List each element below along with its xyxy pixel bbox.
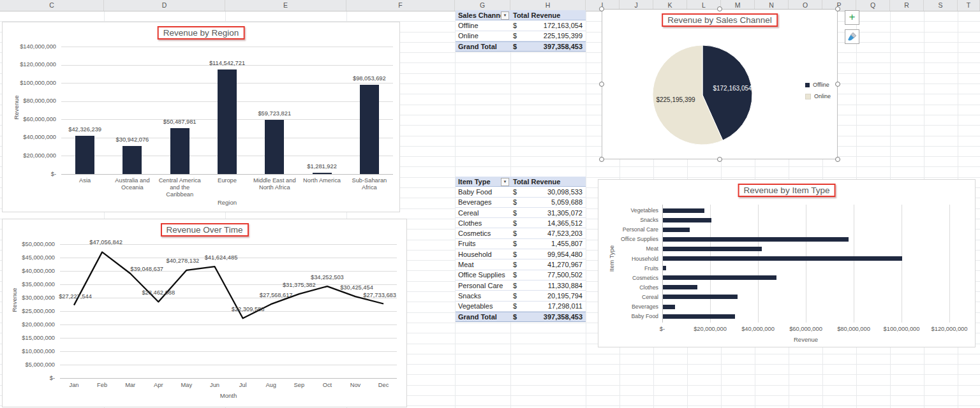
bar-household[interactable] — [663, 256, 902, 261]
column-header-T[interactable]: T — [958, 0, 980, 11]
legend-item-offline[interactable]: Offline — [805, 82, 829, 88]
column-header-C[interactable]: C — [0, 0, 104, 11]
bar-cereal[interactable] — [663, 295, 738, 299]
row-label: Cereal — [456, 209, 510, 217]
data-label: $27,227,544 — [47, 293, 104, 300]
bar-beverages[interactable] — [663, 305, 675, 309]
filter-dropdown-button[interactable]: ▼ — [501, 178, 509, 186]
bar-sub-saharan-africa[interactable] — [360, 85, 379, 174]
legend-swatch — [805, 83, 810, 87]
category-label: Asia — [61, 177, 108, 184]
data-label: $41,624,485 — [193, 254, 250, 261]
revenue-by-sales-channel-chart[interactable]: Revenue by Sales Channel $172,163,054Off… — [602, 9, 838, 159]
currency-symbol: $ — [513, 251, 517, 258]
data-label: $22,309,588 — [219, 306, 277, 312]
category-label: Vegetables — [600, 207, 658, 214]
selection-handle[interactable] — [835, 6, 840, 11]
bar-personal-care[interactable] — [663, 228, 690, 232]
bar-australia-and-oceania[interactable] — [122, 146, 142, 174]
paintbrush-icon — [847, 32, 857, 41]
pie-data-label: $225,195,399 — [641, 96, 711, 103]
selection-handle[interactable] — [717, 6, 722, 11]
chart-title-region[interactable]: Revenue by Region — [158, 26, 245, 40]
chart-styles-button[interactable] — [845, 29, 859, 44]
bar-central-america-and-the-caribbean[interactable] — [170, 128, 189, 174]
column-header-D[interactable]: D — [104, 0, 225, 11]
row-label: Online — [456, 32, 510, 40]
table-row: Office Supplies$77,500,502 — [456, 270, 586, 280]
bar-meat[interactable] — [663, 247, 762, 251]
axis-tick-label: $40,000,000 — [731, 326, 785, 332]
axis-tick-label: Nov — [341, 382, 369, 388]
bar-asia[interactable] — [75, 136, 94, 174]
table-row: Beverages$5,059,688 — [456, 198, 586, 208]
data-label: $31,375,382 — [271, 282, 328, 288]
category-label: Australia and Oceania — [108, 177, 156, 191]
category-label: Clothes — [600, 284, 658, 291]
data-label: $28,462,088 — [130, 289, 187, 296]
row-value-cell: $47,523,203 — [510, 229, 586, 237]
axis-tick-label: Apr — [144, 382, 172, 388]
axis-tick-label: Jun — [201, 382, 229, 388]
row-value-cell: $172,163,054 — [510, 22, 586, 29]
legend-item-online[interactable]: Online — [805, 93, 831, 99]
column-header-Q[interactable]: Q — [856, 0, 890, 11]
chart-title-item[interactable]: Revenue by Item Type — [738, 184, 836, 197]
axis-tick-label: $120,000,000 — [3, 61, 56, 68]
bar-clothes[interactable] — [663, 285, 697, 289]
column-header-E[interactable]: E — [225, 0, 346, 11]
selection-handle[interactable] — [835, 157, 840, 162]
bar-office-supplies[interactable] — [663, 237, 849, 242]
row-value: 99,954,480 — [547, 251, 583, 258]
row-value-cell: $11,330,884 — [510, 282, 586, 289]
column-header-R[interactable]: R — [890, 0, 924, 11]
selection-handle[interactable] — [599, 6, 604, 11]
revenue-by-item-type-chart[interactable]: Revenue by Item Type Item Type Revenue $… — [598, 179, 976, 347]
column-value-cell: Total Revenue — [510, 178, 581, 186]
bar-vegetables[interactable] — [663, 208, 704, 213]
chart-title-pie[interactable]: Revenue by Sales Channel — [662, 13, 778, 27]
row-value: 30,098,533 — [547, 188, 583, 196]
bar-fruits[interactable] — [663, 266, 666, 270]
filter-dropdown-button[interactable]: ▼ — [501, 11, 509, 20]
column-header-H[interactable]: H — [510, 0, 586, 11]
grid-column-line — [586, 11, 586, 408]
bar-middle-east-and-north-africa[interactable] — [265, 120, 284, 174]
selection-handle[interactable] — [599, 82, 604, 87]
bar-baby-food[interactable] — [663, 314, 735, 319]
bar-north-america[interactable] — [313, 173, 332, 174]
bar-cosmetics[interactable] — [663, 275, 776, 280]
plus-icon: + — [849, 11, 856, 22]
table-total-row: Grand Total$397,358,453 — [456, 312, 586, 322]
chart-title-time[interactable]: Revenue Over Time — [160, 223, 248, 237]
row-label: Meat — [456, 261, 510, 268]
axis-tick-label: Sep — [285, 382, 313, 388]
data-label: $59,723,821 — [251, 110, 298, 117]
row-label: Fruits — [456, 240, 510, 247]
selection-handle[interactable] — [599, 157, 604, 162]
column-header-S[interactable]: S — [924, 0, 958, 11]
revenue-over-time-chart[interactable]: Revenue Over Time Revenue Month $50,000,… — [2, 219, 407, 407]
currency-symbol: $ — [513, 240, 517, 247]
axis-tick-label: $100,000,000 — [3, 80, 56, 86]
revenue-by-region-chart[interactable]: Revenue by Region Revenue Region $140,00… — [2, 22, 400, 212]
chart-elements-button[interactable]: + — [845, 10, 859, 25]
category-label: Beverages — [600, 303, 658, 310]
category-label: Fruits — [600, 265, 658, 272]
category-label: Cosmetics — [600, 275, 658, 281]
row-value-cell: $77,500,502 — [510, 271, 586, 279]
bar-snacks[interactable] — [663, 218, 711, 222]
row-value-cell: $99,954,480 — [510, 251, 586, 258]
currency-symbol: $ — [513, 219, 517, 227]
row-label: Household — [456, 251, 510, 258]
column-header-F[interactable]: F — [346, 0, 455, 11]
row-value-cell: $20,195,794 — [510, 292, 586, 300]
data-label: $42,326,239 — [61, 126, 108, 133]
table-row: Household$99,954,480 — [456, 249, 586, 259]
column-header-G[interactable]: G — [455, 0, 510, 11]
axis-tick-label: $- — [635, 326, 689, 332]
selection-handle[interactable] — [835, 82, 840, 87]
bar-europe[interactable] — [218, 69, 237, 174]
row-value-cell: $31,305,072 — [510, 209, 586, 217]
selection-handle[interactable] — [717, 157, 722, 162]
